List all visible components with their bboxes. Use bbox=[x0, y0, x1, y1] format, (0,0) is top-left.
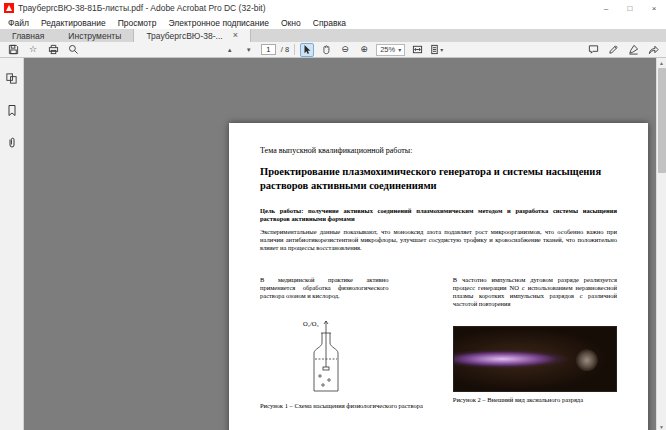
menu-edit[interactable]: Редактирование bbox=[41, 18, 106, 28]
toolbar-center-group: ▲ ▼ 1 / 8 ⊖ ⊕ 25% ▾ bbox=[80, 43, 586, 57]
page-display-button[interactable]: ▾ bbox=[429, 43, 443, 57]
scroll-up-icon[interactable]: ▲ bbox=[659, 58, 664, 67]
tab-tools[interactable]: Инструменты bbox=[56, 29, 133, 42]
right-column: В частотно импульсном дуговом разряде ре… bbox=[453, 276, 617, 409]
hand-icon bbox=[321, 44, 331, 55]
intro-paragraph: Экспериментальные данные показывают, что… bbox=[260, 228, 617, 252]
tabbar: Главная Инструменты ТраубергсВЮ-38-... × bbox=[0, 29, 666, 42]
menu-help[interactable]: Справка bbox=[313, 18, 346, 28]
main-area: Тема выпускной квалификационной работы: … bbox=[0, 58, 666, 430]
page-number-input[interactable]: 1 bbox=[261, 44, 276, 55]
toolbar-left-group: ☆ bbox=[6, 43, 80, 57]
menu-view[interactable]: Просмотр bbox=[118, 18, 157, 28]
print-icon bbox=[48, 44, 59, 55]
pencil-icon bbox=[608, 44, 619, 55]
save-button[interactable] bbox=[6, 43, 20, 57]
toolbar-right-group bbox=[586, 43, 660, 57]
thesis-theme-label: Тема выпускной квалификационной работы: bbox=[260, 146, 617, 155]
vertical-scrollbar[interactable]: ▲ ▼ bbox=[656, 58, 666, 430]
navigation-pane bbox=[0, 58, 24, 430]
goal-paragraph: Цель работы: получение активных соединен… bbox=[260, 207, 617, 223]
page-thumbnails-icon bbox=[5, 72, 18, 85]
figure1-caption: Рисунок 1 – Схема насыщения физиологичес… bbox=[260, 402, 389, 409]
close-tab-icon[interactable]: × bbox=[233, 31, 238, 40]
zoom-level-dropdown[interactable]: 25% ▾ bbox=[376, 44, 405, 56]
page-count-label: / 8 bbox=[281, 45, 289, 54]
document-view[interactable]: Тема выпускной квалификационной работы: … bbox=[24, 58, 666, 430]
figure1-diagram: O₂/O₃ bbox=[260, 318, 389, 398]
save-icon bbox=[8, 44, 19, 55]
bookmarks-icon bbox=[6, 104, 18, 117]
paperclip-icon bbox=[6, 136, 18, 149]
window-controls: – □ × bbox=[594, 0, 666, 16]
zoom-out-button[interactable]: ⊖ bbox=[338, 43, 352, 57]
window-title: ТраубергсВЮ-38-81Б-листы.pdf - Adobe Acr… bbox=[18, 3, 266, 13]
left-column: В медицинской практике активно применяет… bbox=[260, 276, 389, 409]
pdf-page: Тема выпускной квалификационной работы: … bbox=[229, 123, 648, 430]
select-tool-button[interactable] bbox=[300, 43, 314, 57]
figure1-gas-label: O₂/O₃ bbox=[303, 320, 319, 327]
signature-pen-icon bbox=[628, 44, 639, 55]
two-column-section: В медицинской практике активно применяет… bbox=[260, 276, 617, 409]
search-icon bbox=[68, 44, 79, 55]
page-thumbnails-button[interactable] bbox=[4, 70, 20, 86]
comment-bubble-icon bbox=[588, 44, 599, 55]
print-button[interactable] bbox=[46, 43, 60, 57]
toolbar-separator bbox=[294, 44, 295, 55]
figure2-caption: Рисунок 2 – Внешний вид аксиального разр… bbox=[453, 396, 617, 403]
cursor-arrow-icon bbox=[302, 44, 312, 55]
close-button[interactable]: × bbox=[642, 0, 666, 16]
menu-file[interactable]: Файл bbox=[8, 18, 29, 28]
zoom-caret-down-icon: ▾ bbox=[398, 47, 401, 53]
tab-tools-label: Инструменты bbox=[68, 31, 121, 41]
fit-width-button[interactable] bbox=[410, 43, 424, 57]
maximize-button[interactable]: □ bbox=[618, 0, 642, 16]
left-column-text: В медицинской практике активно применяет… bbox=[260, 276, 389, 318]
page-display-icon bbox=[429, 44, 440, 55]
figure2-discharge-photo bbox=[453, 326, 617, 392]
tab-home[interactable]: Главная bbox=[0, 29, 56, 42]
next-page-icon[interactable]: ▼ bbox=[242, 43, 256, 57]
attachments-button[interactable] bbox=[4, 134, 20, 150]
thesis-title: Проектирование плазмохимического генерат… bbox=[260, 165, 617, 192]
hand-tool-button[interactable] bbox=[319, 43, 333, 57]
toolbar: ☆ ▲ ▼ 1 / 8 ⊖ ⊕ 25% bbox=[0, 42, 666, 58]
right-column-text: В частотно импульсном дуговом разряде ре… bbox=[453, 276, 617, 318]
minimize-button[interactable]: – bbox=[594, 0, 618, 16]
zoom-in-button[interactable]: ⊕ bbox=[357, 43, 371, 57]
bookmarks-button[interactable] bbox=[4, 102, 20, 118]
comment-button[interactable] bbox=[586, 43, 600, 57]
scroll-down-icon[interactable]: ▼ bbox=[659, 422, 664, 430]
share-button[interactable] bbox=[646, 43, 660, 57]
previous-page-icon[interactable]: ▲ bbox=[223, 43, 237, 57]
page-display-caret-icon: ▾ bbox=[440, 47, 443, 53]
tab-document-label: ТраубергсВЮ-38-... bbox=[146, 31, 222, 41]
share-arrow-icon bbox=[648, 44, 659, 55]
favorites-star-icon[interactable]: ☆ bbox=[26, 43, 40, 57]
zoom-level-value: 25% bbox=[380, 45, 395, 54]
menu-window[interactable]: Окно bbox=[281, 18, 301, 28]
acrobat-logo-icon bbox=[4, 3, 14, 13]
search-button[interactable] bbox=[66, 43, 80, 57]
titlebar: ТраубергсВЮ-38-81Б-листы.pdf - Adobe Acr… bbox=[0, 0, 666, 16]
fit-width-icon bbox=[412, 44, 423, 55]
pencil-tool-button[interactable] bbox=[606, 43, 620, 57]
saturation-scheme-bottle-icon: O₂/O₃ bbox=[294, 319, 354, 397]
tab-document[interactable]: ТраубергсВЮ-38-... × bbox=[133, 29, 251, 42]
tab-home-label: Главная bbox=[12, 31, 44, 41]
menubar: Файл Редактирование Просмотр Электронное… bbox=[0, 16, 666, 29]
menu-esign[interactable]: Электронное подписание bbox=[169, 18, 269, 28]
fill-sign-button[interactable] bbox=[626, 43, 640, 57]
scrollbar-thumb[interactable] bbox=[658, 68, 666, 173]
